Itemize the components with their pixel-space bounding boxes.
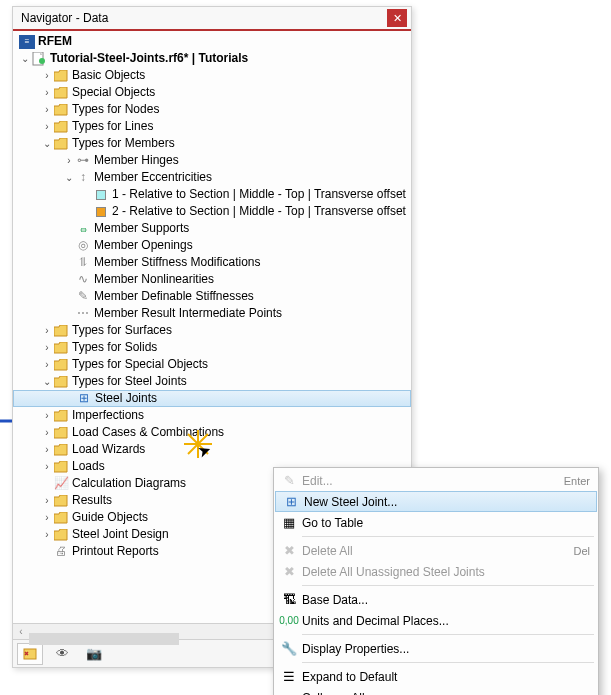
item-label: Types for Surfaces: [72, 322, 172, 339]
tree-project[interactable]: Tutorial-Steel-Joints.rf6* | Tutorials: [13, 50, 411, 67]
delete-icon: ✖: [276, 564, 302, 579]
expand-toggle[interactable]: [63, 152, 75, 169]
tree-item-types-steel-joints[interactable]: Types for Steel Joints: [13, 373, 411, 390]
expand-toggle[interactable]: [41, 322, 53, 339]
ctx-label: Delete All Unassigned Steel Joints: [302, 565, 590, 579]
tree-item-imperfections[interactable]: Imperfections: [13, 407, 411, 424]
item-label: Loads: [72, 458, 105, 475]
expand-toggle[interactable]: [41, 407, 53, 424]
expand-toggle[interactable]: [19, 50, 31, 67]
tree-item-member-nonlin[interactable]: ∿ Member Nonlinearities: [13, 271, 411, 288]
expand-icon: ☰: [276, 669, 302, 684]
tree-item-basic-objects[interactable]: Basic Objects: [13, 67, 411, 84]
tree-item-special-objects[interactable]: Special Objects: [13, 84, 411, 101]
expand-toggle[interactable]: [41, 135, 53, 152]
scroll-thumb[interactable]: [29, 633, 179, 645]
ctx-expand-default[interactable]: ☰ Expand to Default: [274, 666, 598, 687]
tree-item-types-nodes[interactable]: Types for Nodes: [13, 101, 411, 118]
separator: [302, 536, 594, 537]
expand-toggle[interactable]: [41, 424, 53, 441]
tree-item-member-eccentricities[interactable]: ↕ Member Eccentricities: [13, 169, 411, 186]
tree-item-member-def-stiff[interactable]: ✎ Member Definable Stiffnesses: [13, 288, 411, 305]
item-label: Types for Steel Joints: [72, 373, 187, 390]
tree-item-member-openings[interactable]: ◎ Member Openings: [13, 237, 411, 254]
expand-toggle[interactable]: [41, 118, 53, 135]
stiffness-icon: ⥮: [75, 255, 91, 271]
tree-item-types-surfaces[interactable]: Types for Surfaces: [13, 322, 411, 339]
expand-toggle[interactable]: [41, 526, 53, 543]
item-label: Steel Joint Design: [72, 526, 169, 543]
item-label: Member Definable Stiffnesses: [94, 288, 254, 305]
ctx-label: Delete All: [302, 544, 565, 558]
tree-item-types-lines[interactable]: Types for Lines: [13, 118, 411, 135]
tree-item-steel-joints[interactable]: ⊞ Steel Joints: [13, 390, 411, 407]
ctx-display-properties[interactable]: 🔧 Display Properties...: [274, 638, 598, 659]
tree-item-ecc-2[interactable]: 2 - Relative to Section | Middle - Top |…: [13, 203, 411, 220]
expand-toggle[interactable]: [41, 84, 53, 101]
item-label: Load Wizards: [72, 441, 145, 458]
item-label: Results: [72, 492, 112, 509]
item-label: Member Eccentricities: [94, 169, 212, 186]
folder-icon: [53, 119, 69, 135]
project-label: Tutorial-Steel-Joints.rf6* | Tutorials: [50, 50, 248, 67]
folder-icon: [53, 340, 69, 356]
item-label: Member Supports: [94, 220, 189, 237]
expand-toggle[interactable]: [41, 356, 53, 373]
folder-icon: [53, 408, 69, 424]
expand-toggle[interactable]: [41, 67, 53, 84]
ctx-edit: ✎ Edit... Enter: [274, 470, 598, 491]
expand-toggle[interactable]: [41, 373, 53, 390]
ctx-units[interactable]: 0,00 Units and Decimal Places...: [274, 610, 598, 631]
folder-icon: [53, 357, 69, 373]
expand-toggle[interactable]: [41, 458, 53, 475]
tree-root-app[interactable]: ≡ RFEM: [13, 33, 411, 50]
folder-icon: [53, 527, 69, 543]
diagram-icon: 📈: [53, 476, 69, 492]
expand-toggle[interactable]: [41, 441, 53, 458]
ctx-new-steel-joint[interactable]: ⊞ New Steel Joint...: [275, 491, 597, 512]
tree-item-types-members[interactable]: Types for Members: [13, 135, 411, 152]
expand-toggle[interactable]: [63, 169, 75, 186]
item-label: Member Stiffness Modifications: [94, 254, 261, 271]
item-label: Calculation Diagrams: [72, 475, 186, 492]
opening-icon: ◎: [75, 238, 91, 254]
folder-icon: [53, 374, 69, 390]
ctx-base-data[interactable]: 🏗 Base Data...: [274, 589, 598, 610]
expand-toggle[interactable]: [41, 339, 53, 356]
ctx-accel: Enter: [564, 475, 590, 487]
expand-toggle[interactable]: [41, 101, 53, 118]
expand-toggle[interactable]: [41, 492, 53, 509]
item-label: Types for Solids: [72, 339, 157, 356]
close-button[interactable]: ✕: [387, 9, 407, 27]
visibility-button[interactable]: 👁: [49, 643, 75, 665]
ctx-label: Display Properties...: [302, 642, 590, 656]
scroll-left-button[interactable]: ‹: [13, 626, 29, 637]
tree-item-types-special[interactable]: Types for Special Objects: [13, 356, 411, 373]
ctx-collapse-all[interactable]: ≡ Collapse All: [274, 687, 598, 695]
folder-icon: [53, 136, 69, 152]
collapse-icon: ≡: [276, 690, 302, 695]
ctx-label: Units and Decimal Places...: [302, 614, 590, 628]
tree-item-member-hinges[interactable]: ⊶ Member Hinges: [13, 152, 411, 169]
display-icon: 🔧: [276, 641, 302, 656]
item-label: Member Result Intermediate Points: [94, 305, 282, 322]
separator: [302, 662, 594, 663]
tree-item-member-stiff-mod[interactable]: ⥮ Member Stiffness Modifications: [13, 254, 411, 271]
tree-item-load-cases[interactable]: Load Cases & Combinations: [13, 424, 411, 441]
item-label: Guide Objects: [72, 509, 148, 526]
tree-item-types-solids[interactable]: Types for Solids: [13, 339, 411, 356]
tree-item-load-wizards[interactable]: Load Wizards: [13, 441, 411, 458]
table-icon: ▦: [276, 515, 302, 530]
item-label: Member Hinges: [94, 152, 179, 169]
camera-button[interactable]: 📷: [81, 643, 107, 665]
tree-item-ecc-1[interactable]: 1 - Relative to Section | Middle - Top |…: [13, 186, 411, 203]
delete-icon: ✖: [276, 543, 302, 558]
ctx-label: Edit...: [302, 474, 556, 488]
titlebar: Navigator - Data ✕: [13, 7, 411, 31]
eccentricity-icon: ↕: [75, 170, 91, 186]
ctx-go-table[interactable]: ▦ Go to Table: [274, 512, 598, 533]
expand-toggle[interactable]: [41, 509, 53, 526]
tree-item-member-supports[interactable]: ⏛ Member Supports: [13, 220, 411, 237]
tree-item-member-res-int[interactable]: ⋯ Member Result Intermediate Points: [13, 305, 411, 322]
view-mode-button[interactable]: [17, 643, 43, 665]
